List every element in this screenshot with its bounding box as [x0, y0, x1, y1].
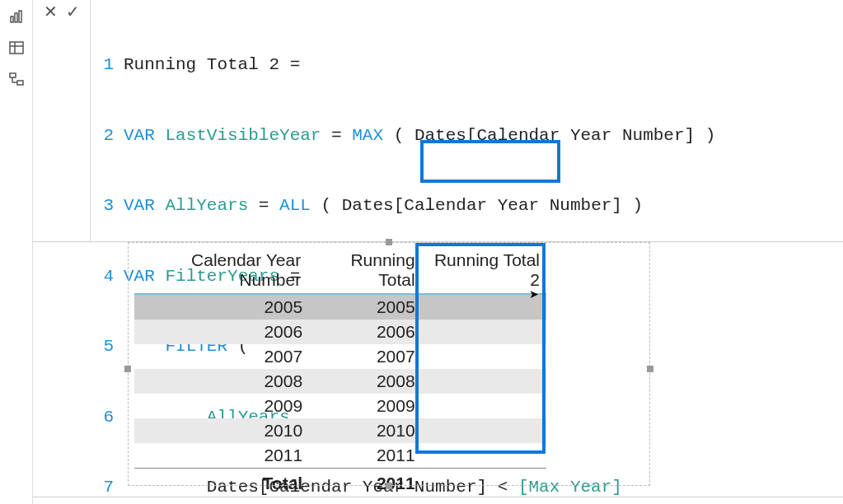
column-header-year[interactable]: Calendar Year Number	[134, 245, 309, 294]
commit-formula-icon[interactable]: ✓	[66, 3, 80, 20]
table-row[interactable]: 20102010	[134, 418, 546, 443]
line-number: 2	[91, 124, 119, 148]
formula-bar: ✕ ✓ 1Running Total 2 = 2VAR LastVisibleY…	[33, 0, 843, 242]
code-text: Running Total 2 =	[119, 54, 300, 77]
model-view-icon[interactable]	[8, 71, 25, 87]
table-total-row: Total 2011	[134, 469, 546, 497]
formula-actions: ✕ ✓	[33, 0, 91, 241]
results-table: Calendar Year Number Running Total Runni…	[134, 245, 546, 496]
line-number: 5	[91, 335, 119, 359]
svg-rect-6	[10, 73, 16, 77]
dax-editor[interactable]: 1Running Total 2 = 2VAR LastVisibleYear …	[91, 0, 843, 241]
resize-handle-top[interactable]	[386, 239, 392, 245]
svg-rect-3	[10, 42, 23, 54]
data-view-icon[interactable]	[8, 40, 25, 56]
column-header-running-total[interactable]: Running Total	[309, 245, 421, 294]
table-row[interactable]: 20062006	[134, 320, 546, 344]
cancel-formula-icon[interactable]: ✕	[44, 3, 58, 20]
resize-handle-bottom[interactable]	[386, 483, 392, 489]
svg-rect-7	[17, 81, 23, 85]
line-number: 1	[91, 54, 119, 77]
table-row[interactable]: 20052005	[134, 294, 546, 320]
column-header-running-total-2[interactable]: Running Total 2	[422, 245, 546, 294]
table-row[interactable]: 20112011	[134, 443, 546, 469]
table-row[interactable]: 20072007	[134, 344, 546, 369]
svg-rect-2	[19, 11, 21, 22]
table-row[interactable]: 20092009	[134, 394, 546, 418]
report-view-icon[interactable]	[8, 8, 25, 25]
table-row[interactable]: 20082008	[134, 369, 546, 394]
resize-handle-left[interactable]	[124, 366, 131, 372]
svg-rect-0	[11, 16, 13, 22]
svg-rect-1	[15, 13, 17, 22]
table-visual[interactable]: Calendar Year Number Running Total Runni…	[128, 242, 650, 486]
line-number: 4	[91, 265, 119, 289]
panel-divider	[33, 497, 843, 497]
resize-handle-right[interactable]	[647, 366, 653, 372]
line-number: 3	[91, 194, 119, 218]
view-switcher-rail	[0, 0, 33, 504]
line-number: 6	[91, 406, 119, 430]
